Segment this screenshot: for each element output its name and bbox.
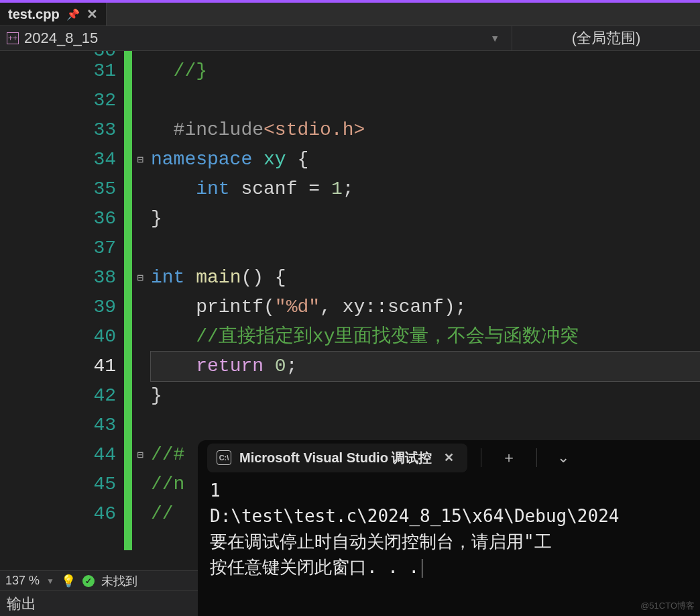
line-number: 41 [0,352,116,381]
line-number: 32 [0,86,116,115]
cursor [422,559,422,578]
navigation-bar: ++ 2024_8_15 ▼ (全局范围) [0,25,700,51]
fold-toggle [132,411,148,440]
line-number: 36 [0,204,116,234]
fold-toggle [132,293,148,322]
tab-filename: test.cpp [8,7,60,22]
fold-toggle [132,234,148,263]
project-icon: ++ [7,32,19,44]
fold-toggle [132,381,148,411]
fold-toggle [132,51,148,56]
code-line[interactable]: // return 0; [151,51,700,56]
project-dropdown[interactable]: ++ 2024_8_15 ▼ [0,26,512,50]
chevron-down-icon[interactable]: ▼ [46,576,54,586]
line-number: 34 [0,145,116,174]
close-icon[interactable]: ✕ [86,6,98,22]
fold-toggle[interactable]: ⊟ [132,263,148,293]
line-number: 43 [0,411,116,440]
console-line: D:\test\test.c\2024_8_15\x64\Debug\2024 [210,503,688,529]
console-line: 要在调试停止时自动关闭控制台，请启用"工 [210,529,688,554]
fold-toggle[interactable]: ⊟ [132,145,148,174]
line-number: 45 [0,470,116,499]
debug-console-window: C:\ Microsoft Visual Studio 调试控 ✕ ＋ ⌄ 1D… [198,440,700,616]
fold-toggle [132,86,148,115]
code-line[interactable]: printf("%d", xy::scanf); [151,293,700,322]
fold-toggle [132,470,148,499]
line-number: 31 [0,56,116,86]
line-number: 38 [0,263,116,293]
code-line[interactable]: //直接指定到xy里面找变量，不会与函数冲突 [151,322,700,352]
watermark: @51CTO博客 [640,600,695,612]
line-number: 37 [0,234,116,263]
code-line[interactable]: namespace xy { [151,145,700,174]
console-line: 按任意键关闭此窗口. . . [210,554,688,580]
close-icon[interactable]: ✕ [440,450,458,465]
ok-status-icon: ✓ [82,575,95,587]
code-line[interactable]: #include<stdio.h> [151,115,700,145]
fold-toggle [132,352,148,381]
zoom-level[interactable]: 137 % [5,574,40,588]
code-line[interactable]: } [151,381,700,411]
code-line[interactable]: int scanf = 1; [151,174,700,204]
status-text: 未找到 [101,573,137,589]
line-number: 30 [0,51,116,56]
line-number-gutter: 3031323334353637383940414243444546 [0,51,124,550]
chevron-down-icon: ▼ [490,33,505,44]
code-line[interactable]: return 0; [151,352,700,381]
code-line[interactable] [151,234,700,263]
project-name: 2024_8_15 [24,30,98,47]
code-line[interactable]: //} [151,56,700,86]
scope-dropdown[interactable]: (全局范围) [512,26,700,50]
console-title: Microsoft Visual Studio 调试控 [239,449,432,467]
new-tab-icon[interactable]: ＋ [495,448,523,468]
line-number: 35 [0,174,116,204]
code-line[interactable] [151,411,700,440]
console-titlebar[interactable]: C:\ Microsoft Visual Studio 调试控 ✕ ＋ ⌄ [198,440,700,475]
code-line[interactable]: int main() { [151,263,700,293]
lightbulb-icon[interactable]: 💡 [61,574,76,588]
status-bar: 137 % ▼ 💡 ✓ 未找到 [0,570,198,591]
fold-column: ⊟⊟⊟ [132,51,148,550]
terminal-icon: C:\ [217,450,231,465]
console-line: 1 [210,478,688,503]
console-output[interactable]: 1D:\test\test.c\2024_8_15\x64\Debug\2024… [198,475,700,582]
separator [536,448,537,467]
file-tab[interactable]: test.cpp 📌 ✕ [0,3,107,25]
code-line[interactable]: } [151,204,700,234]
console-tab[interactable]: C:\ Microsoft Visual Studio 调试控 ✕ [207,444,467,472]
line-number: 44 [0,440,116,470]
fold-toggle [132,322,148,352]
fold-toggle[interactable]: ⊟ [132,440,148,470]
output-panel-tab[interactable]: 输出 [0,591,198,616]
fold-toggle [132,499,148,529]
line-number: 39 [0,293,116,322]
fold-toggle [132,56,148,86]
fold-toggle [132,204,148,234]
pin-icon[interactable]: 📌 [66,8,80,21]
chevron-down-icon[interactable]: ⌄ [550,449,576,466]
output-label: 输出 [7,595,36,612]
line-number: 46 [0,499,116,529]
line-number: 42 [0,381,116,411]
line-number: 33 [0,115,116,145]
scope-label: (全局范围) [572,28,641,48]
change-indicator [124,51,132,550]
tab-bar: test.cpp 📌 ✕ [0,0,700,25]
line-number: 40 [0,322,116,352]
fold-toggle [132,174,148,204]
code-line[interactable] [151,86,700,115]
separator [481,448,481,467]
fold-toggle [132,115,148,145]
